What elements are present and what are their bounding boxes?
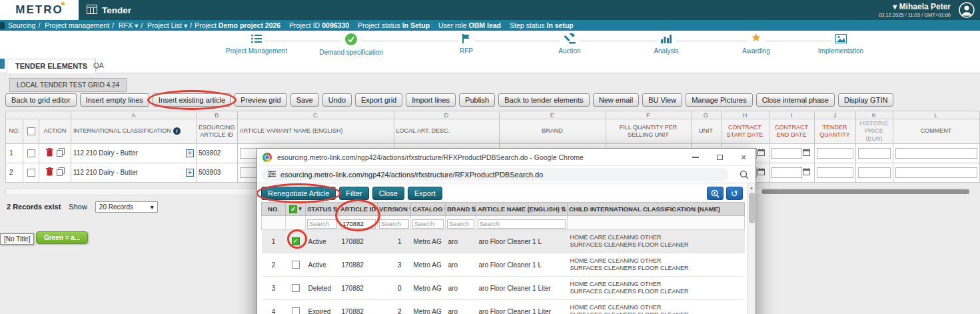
article-result-row[interactable]: 1 Active 170882 1 Metro AG aro aro Floor…	[262, 230, 745, 253]
calendar-icon[interactable]	[757, 149, 765, 157]
datetime-label: 03.12.2025 / 11:03 / GMT+01:00	[879, 12, 951, 18]
breadcrumb-link[interactable]: Project List ▾	[147, 21, 187, 29]
comment-input[interactable]	[895, 167, 977, 178]
modal-scrollbar-thumb[interactable]	[749, 193, 755, 223]
select-all-checkbox[interactable]	[27, 127, 35, 135]
brand-search-input[interactable]	[447, 219, 474, 229]
close-window-button[interactable]: ✕	[732, 149, 755, 166]
save-button[interactable]: Save	[290, 93, 319, 107]
row-checkbox[interactable]	[292, 261, 300, 269]
calendar-icon[interactable]	[803, 168, 810, 177]
row-checkbox[interactable]	[292, 307, 300, 314]
header-article-id[interactable]: ARTICLE ID⇅	[339, 203, 378, 216]
delete-row-icon[interactable]	[46, 148, 53, 158]
reset-button[interactable]: ↺	[726, 187, 743, 200]
modal-header-row: NO. ▾ STATUS⇅ ARTICLE ID⇅ VERSION⇅ CATAL…	[262, 203, 745, 216]
article-result-row[interactable]: 4 Expired 170882 2 Metro AG aro aro Floo…	[262, 300, 745, 314]
article-result-row[interactable]: 3 Deleted 170882 0 Metro AG aro aro Floo…	[262, 277, 745, 300]
breadcrumb-link[interactable]: Project management	[45, 21, 109, 29]
maximize-button[interactable]	[708, 149, 732, 166]
tender-quantity-input[interactable]	[817, 148, 853, 159]
tab-local-tender-test-grid[interactable]: LOCAL TENDER TEST GRID 4.24	[9, 78, 127, 92]
insert-existing-article-button[interactable]: Insert existing article	[153, 93, 231, 107]
export-grid-button[interactable]: Export grid	[355, 93, 402, 107]
gavel-icon	[560, 33, 580, 47]
copy-row-icon[interactable]	[57, 167, 65, 177]
step-auction[interactable]: Auction	[526, 33, 613, 55]
window-title-bar[interactable]: esourcing.metro-link.com/ngp424/actions/…	[257, 149, 755, 166]
url-field[interactable]: esourcing.metro-link.com/ngp424/actions/…	[261, 168, 729, 181]
user-menu[interactable]: ▾ Mihaela Peter 03.12.2025 / 11:03 / GMT…	[879, 2, 951, 18]
filter-button[interactable]: Filter	[339, 187, 368, 200]
user-avatar-icon[interactable]	[959, 2, 975, 18]
undo-button[interactable]: Undo	[322, 93, 352, 107]
article-result-row[interactable]: 2 Active 170882 3 Metro AG aro aro Floor…	[262, 253, 745, 277]
step-awarding[interactable]: Awarding	[713, 33, 799, 55]
tab-tender-elements[interactable]: TENDER ELEMENTS	[7, 59, 96, 73]
header-catalog[interactable]: CATALOG⇅	[411, 203, 446, 216]
back-to-tender-elements-button[interactable]: Back to tender elements	[498, 93, 590, 107]
breadcrumb-link[interactable]: Sourcing	[8, 21, 35, 29]
scroll-up-icon[interactable]: ▲	[747, 183, 755, 192]
zoom-in-button[interactable]	[707, 187, 724, 200]
close-button[interactable]: Close	[372, 187, 404, 200]
article-id-search-input[interactable]	[340, 219, 376, 229]
column-letter: F	[606, 111, 691, 119]
row-checkbox[interactable]	[27, 149, 35, 157]
step-rfp[interactable]: RFP	[423, 33, 510, 55]
header-status[interactable]: STATUS⇅	[306, 203, 339, 216]
historic-price-input[interactable]	[858, 167, 891, 178]
display-gtin-button[interactable]: Display GTIN	[838, 93, 893, 107]
new-email-button[interactable]: New email	[593, 93, 639, 107]
header-article-name[interactable]: ARTICLE NAME (ENGLISH)⇅	[476, 203, 568, 216]
bu-view-button[interactable]: BU View	[642, 93, 682, 107]
row-checkbox[interactable]	[292, 237, 300, 245]
comment-input[interactable]	[895, 148, 977, 159]
step-implementation[interactable]: Implementation	[797, 33, 884, 55]
modal-scrollbar[interactable]: ▲	[747, 183, 755, 314]
insert-empty-lines-button[interactable]: Insert empty lines	[80, 93, 149, 107]
publish-button[interactable]: Publish	[459, 93, 495, 107]
import-lines-button[interactable]: Import lines	[406, 93, 456, 107]
select-all-checkbox[interactable]	[289, 205, 297, 213]
row-checkbox[interactable]	[292, 284, 300, 292]
tab-qa[interactable]: QA	[85, 59, 112, 73]
calendar-icon[interactable]	[757, 168, 765, 177]
manage-pictures-button[interactable]: Manage Pictures	[686, 93, 753, 107]
info-icon[interactable]: i	[173, 127, 181, 135]
delete-row-icon[interactable]	[46, 167, 53, 177]
info-value: 0096330	[322, 21, 349, 29]
version-search-input[interactable]	[379, 219, 409, 229]
zoom-icon[interactable]	[739, 170, 749, 182]
article-name-search-input[interactable]	[478, 219, 566, 229]
tune-icon[interactable]	[268, 169, 276, 181]
preview-grid-button[interactable]: Preview grid	[235, 93, 287, 107]
expand-classification-button[interactable]: +	[186, 149, 194, 157]
tender-quantity-input[interactable]	[817, 167, 853, 178]
contract-end-date-input[interactable]	[771, 167, 802, 178]
historic-price-input[interactable]	[858, 148, 891, 159]
header-select-all[interactable]: ▾	[286, 203, 306, 216]
renegotiate-article-button[interactable]: Renegotiate Article	[261, 187, 336, 200]
catalog-search-input[interactable]	[412, 219, 444, 229]
back-to-grid-editor-button[interactable]: Back to grid editor	[5, 93, 77, 107]
header-version[interactable]: VERSION⇅	[378, 203, 411, 216]
minimize-button[interactable]	[684, 149, 708, 166]
copy-row-icon[interactable]	[57, 148, 65, 158]
child-classification-value: HOME CARE CLEANING OTHER SURFACES CLEANE…	[570, 281, 690, 296]
horizontal-scrollbar-thumb[interactable]	[761, 189, 969, 194]
breadcrumb-link[interactable]: RFX ▾	[119, 21, 138, 29]
step-analysis[interactable]: Analysis	[623, 33, 710, 55]
step-project-management[interactable]: Project Management	[213, 33, 300, 55]
header-no: NO.	[262, 203, 286, 216]
expand-classification-button[interactable]: +	[186, 169, 194, 177]
contract-end-date-input[interactable]	[771, 148, 802, 159]
status-search-input[interactable]	[307, 219, 337, 229]
close-internal-phase-button[interactable]: Close internal phase	[756, 93, 835, 107]
row-checkbox[interactable]	[27, 169, 35, 177]
export-button[interactable]: Export	[408, 187, 442, 200]
records-per-page-select[interactable]: 20 Records ▾	[95, 201, 158, 213]
calendar-icon[interactable]	[803, 149, 810, 157]
step-demand-specification[interactable]: Demand specification	[308, 33, 394, 56]
header-brand[interactable]: BRAND⇅	[446, 203, 476, 216]
